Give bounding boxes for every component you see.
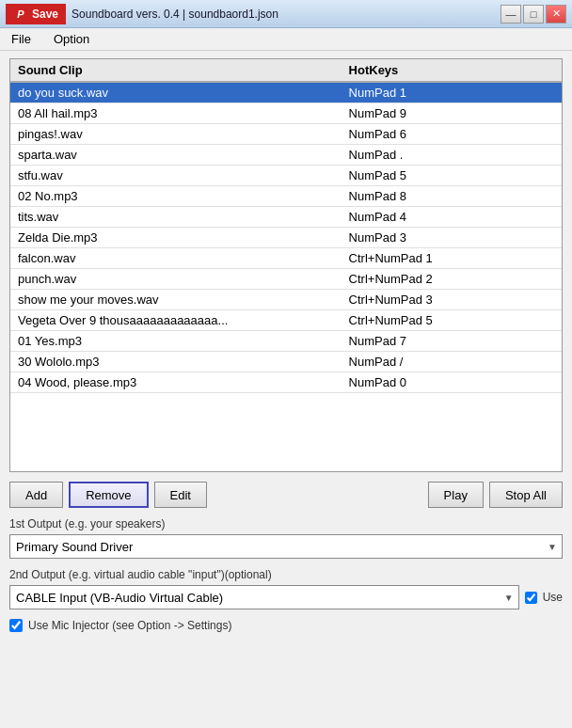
hotkey-cell: NumPad 4	[342, 207, 562, 228]
hotkey-cell: NumPad 1	[342, 82, 562, 103]
hotkey-cell: NumPad 5	[342, 166, 562, 186]
table-row[interactable]: stfu.wavNumPad 5	[10, 166, 562, 186]
hotkey-cell: Ctrl+NumPad 1	[342, 248, 562, 269]
clip-cell: 30 Wololo.mp3	[10, 352, 342, 372]
hotkey-cell: NumPad .	[342, 145, 562, 166]
col-header-hotkeys: HotKeys	[342, 59, 562, 82]
output2-label: 2nd Output (e.g. virtual audio cable "in…	[9, 568, 563, 581]
mic-injector-label: Use Mic Injector (see Option -> Settings…	[28, 619, 231, 632]
col-header-soundclip: Sound Clip	[10, 59, 342, 82]
maximize-button[interactable]: □	[523, 5, 544, 24]
output1-dropdown-wrapper: Primary Sound Driver	[9, 534, 563, 559]
hotkey-cell: NumPad 0	[342, 372, 562, 393]
clip-cell: 01 Yes.mp3	[10, 331, 342, 352]
table-row[interactable]: 08 All hail.mp3NumPad 9	[10, 103, 562, 124]
output2-dropdown[interactable]: CABLE Input (VB-Audio Virtual Cable)	[9, 585, 519, 609]
clip-cell: Vegeta Over 9 thousaaaaaaaaaaaaa...	[10, 310, 342, 331]
clip-cell: 02 No.mp3	[10, 186, 342, 207]
clip-cell: punch.wav	[10, 269, 342, 290]
table-row[interactable]: pingas!.wavNumPad 6	[10, 124, 562, 145]
table-body: do you suck.wavNumPad 108 All hail.mp3Nu…	[10, 82, 562, 393]
mic-injector-row: Use Mic Injector (see Option -> Settings…	[9, 619, 563, 632]
table-row[interactable]: falcon.wavCtrl+NumPad 1	[10, 248, 562, 269]
table-row[interactable]: tits.wavNumPad 4	[10, 207, 562, 228]
menu-bar: File Option	[0, 28, 572, 51]
table-row[interactable]: sparta.wavNumPad .	[10, 145, 562, 166]
pinterest-icon: P	[13, 7, 28, 22]
hotkey-cell: NumPad 3	[342, 228, 562, 248]
action-buttons: Add Remove Edit Play Stop All	[9, 482, 563, 508]
clip-cell: Zelda Die.mp3	[10, 228, 342, 248]
save-label: Save	[32, 8, 58, 21]
table-row[interactable]: do you suck.wavNumPad 1	[10, 82, 562, 103]
remove-button[interactable]: Remove	[69, 482, 148, 508]
clip-cell: falcon.wav	[10, 248, 342, 269]
hotkey-cell: NumPad 9	[342, 103, 562, 124]
table-row[interactable]: 30 Wololo.mp3NumPad /	[10, 352, 562, 372]
table-row[interactable]: punch.wavCtrl+NumPad 2	[10, 269, 562, 290]
minimize-button[interactable]: —	[500, 5, 521, 24]
hotkey-cell: NumPad 8	[342, 186, 562, 207]
table-row[interactable]: 04 Wood, please.mp3NumPad 0	[10, 372, 562, 393]
main-content: Sound Clip HotKeys do you suck.wavNumPad…	[0, 51, 572, 640]
mic-injector-checkbox[interactable]	[9, 619, 23, 632]
clip-cell: show me your moves.wav	[10, 290, 342, 310]
use-label: Use	[543, 591, 563, 604]
clip-cell: stfu.wav	[10, 166, 342, 186]
table-row[interactable]: 02 No.mp3NumPad 8	[10, 186, 562, 207]
clip-cell: sparta.wav	[10, 145, 342, 166]
output2-row: CABLE Input (VB-Audio Virtual Cable) Use	[9, 585, 563, 609]
title-bar: P Save Soundboard vers. 0.4 | soundbaord…	[0, 0, 572, 28]
table-row[interactable]: Zelda Die.mp3NumPad 3	[10, 228, 562, 248]
output2-dropdown-wrapper: CABLE Input (VB-Audio Virtual Cable)	[9, 585, 519, 609]
close-button[interactable]: ✕	[546, 5, 566, 24]
clip-cell: 08 All hail.mp3	[10, 103, 342, 124]
table-row[interactable]: 01 Yes.mp3NumPad 7	[10, 331, 562, 352]
hotkey-cell: Ctrl+NumPad 5	[342, 310, 562, 331]
add-button[interactable]: Add	[9, 482, 63, 508]
play-button[interactable]: Play	[428, 482, 484, 508]
save-button[interactable]: P Save	[6, 4, 66, 24]
hotkey-cell: Ctrl+NumPad 2	[342, 269, 562, 290]
menu-option[interactable]: Option	[46, 30, 97, 48]
stop-all-button[interactable]: Stop All	[489, 482, 563, 508]
window-title: Soundboard vers. 0.4 | soundbaord1.json	[72, 8, 495, 21]
hotkey-cell: Ctrl+NumPad 3	[342, 290, 562, 310]
menu-file[interactable]: File	[4, 30, 39, 48]
use-checkbox[interactable]	[525, 592, 537, 604]
window-controls: — □ ✕	[500, 5, 566, 24]
hotkey-cell: NumPad /	[342, 352, 562, 372]
clip-cell: pingas!.wav	[10, 124, 342, 145]
table-row[interactable]: show me your moves.wavCtrl+NumPad 3	[10, 290, 562, 310]
clip-cell: tits.wav	[10, 207, 342, 228]
output1-dropdown[interactable]: Primary Sound Driver	[9, 534, 563, 559]
clip-cell: 04 Wood, please.mp3	[10, 372, 342, 393]
output1-label: 1st Output (e.g. your speakers)	[9, 517, 563, 530]
hotkey-cell: NumPad 7	[342, 331, 562, 352]
sound-clip-table[interactable]: Sound Clip HotKeys do you suck.wavNumPad…	[9, 58, 563, 472]
hotkey-cell: NumPad 6	[342, 124, 562, 145]
edit-button[interactable]: Edit	[154, 482, 207, 508]
table-row[interactable]: Vegeta Over 9 thousaaaaaaaaaaaaa...Ctrl+…	[10, 310, 562, 331]
table-header-row: Sound Clip HotKeys	[10, 59, 562, 82]
clip-cell: do you suck.wav	[10, 82, 342, 103]
